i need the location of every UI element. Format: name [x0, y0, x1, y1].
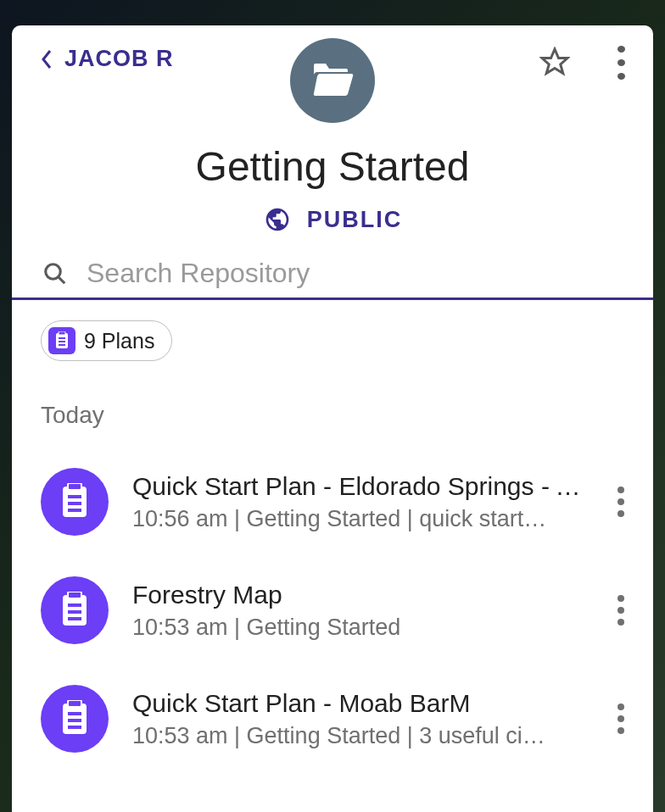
svg-rect-9 [68, 483, 81, 490]
filter-chip-label: 9 Plans [84, 329, 154, 353]
more-vertical-icon[interactable] [616, 46, 626, 80]
clipboard-icon [41, 468, 109, 536]
list-item[interactable]: Quick Start Plan - Eldorado Springs - A…… [41, 448, 641, 556]
folder-icon [290, 38, 375, 123]
list-item[interactable]: Forestry Map 10:53 am | Getting Started [41, 556, 641, 665]
list-item[interactable]: Quick Start Plan - Moab BarM 10:53 am | … [41, 665, 641, 773]
list-item-content: Quick Start Plan - Eldorado Springs - A…… [132, 472, 592, 532]
svg-rect-4 [59, 331, 65, 335]
list-item-content: Quick Start Plan - Moab BarM 10:53 am | … [132, 689, 592, 749]
section-header: Today [41, 402, 653, 429]
svg-line-2 [59, 276, 65, 283]
search-bar[interactable] [12, 258, 653, 300]
svg-point-1 [46, 264, 61, 279]
clipboard-icon [41, 685, 109, 753]
visibility-label: PUBLIC [307, 207, 403, 233]
list-item-subtitle: 10:53 am | Getting Started [132, 615, 592, 641]
plan-list: Quick Start Plan - Eldorado Springs - A…… [12, 448, 653, 773]
clipboard-icon [48, 327, 75, 354]
header-actions [539, 46, 626, 80]
globe-icon [263, 205, 292, 234]
visibility-badge[interactable]: PUBLIC [39, 205, 626, 234]
filter-chip-plans[interactable]: 9 Plans [41, 320, 172, 361]
svg-marker-0 [542, 49, 567, 74]
more-vertical-icon[interactable] [616, 485, 626, 519]
breadcrumb-label: JACOB R [64, 46, 174, 72]
svg-rect-19 [68, 700, 81, 707]
list-item-subtitle: 10:53 am | Getting Started | 3 useful ci… [132, 723, 592, 749]
list-item-title: Quick Start Plan - Eldorado Springs - A… [132, 472, 592, 501]
more-vertical-icon[interactable] [616, 593, 626, 627]
svg-rect-14 [68, 592, 81, 598]
search-input[interactable] [87, 258, 624, 289]
chevron-left-icon [39, 47, 54, 71]
clipboard-icon [41, 576, 109, 644]
page-title: Getting Started [39, 143, 626, 190]
repository-panel: JACOB R Getting Started PUBLIC [12, 25, 653, 812]
list-item-title: Forestry Map [132, 581, 592, 609]
search-icon [41, 259, 70, 288]
star-icon[interactable] [539, 47, 572, 79]
list-item-subtitle: 10:56 am | Getting Started | quick start… [132, 506, 592, 532]
list-item-title: Quick Start Plan - Moab BarM [132, 689, 592, 718]
panel-header: JACOB R Getting Started PUBLIC [12, 25, 653, 234]
list-item-content: Forestry Map 10:53 am | Getting Started [132, 581, 592, 641]
more-vertical-icon[interactable] [616, 702, 626, 736]
